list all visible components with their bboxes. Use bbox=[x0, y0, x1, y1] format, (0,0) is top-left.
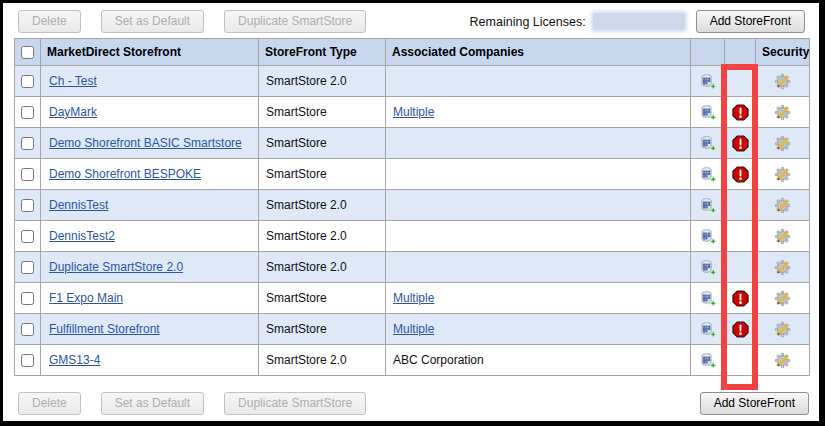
storefront-name-link[interactable]: Duplicate SmartStore 2.0 bbox=[49, 260, 183, 274]
top-toolbar: Delete Set as Default Duplicate SmartSto… bbox=[18, 10, 805, 33]
associated-companies-cell bbox=[386, 221, 691, 252]
associated-companies-cell bbox=[386, 190, 691, 221]
add-storefront-button[interactable]: Add StoreFront bbox=[696, 10, 805, 33]
storefront-table: MarketDirect Storefront StoreFront Type … bbox=[14, 38, 810, 376]
storefront-name-link[interactable]: DennisTest bbox=[49, 198, 108, 212]
row-select-checkbox[interactable] bbox=[21, 323, 34, 336]
row-select-checkbox[interactable] bbox=[21, 168, 34, 181]
security-edit-icon[interactable] bbox=[774, 197, 791, 211]
storefront-name-link[interactable]: Ch - Test bbox=[49, 74, 97, 88]
row-select-checkbox[interactable] bbox=[21, 261, 34, 274]
license-alert-icon bbox=[732, 135, 749, 149]
storefront-type-cell: SmartStore bbox=[259, 97, 386, 128]
storefront-name-link[interactable]: Demo Shorefront BASIC Smartstore bbox=[49, 136, 242, 150]
security-edit-icon[interactable] bbox=[774, 166, 791, 180]
table-row: Ch - Test SmartStore 2.0 bbox=[15, 66, 810, 97]
associated-companies-cell: Multiple bbox=[386, 283, 691, 314]
add-company-icon[interactable] bbox=[699, 135, 716, 149]
table-header-row: MarketDirect Storefront StoreFront Type … bbox=[15, 39, 810, 66]
table-row: F1 Expo Main SmartStore Multiple bbox=[15, 283, 810, 314]
header-add-company-column bbox=[691, 39, 725, 66]
associated-companies-cell: Multiple bbox=[386, 97, 691, 128]
add-company-icon[interactable] bbox=[699, 290, 716, 304]
header-select-all bbox=[15, 39, 41, 66]
header-storefront-type: StoreFront Type bbox=[259, 39, 386, 66]
security-edit-icon[interactable] bbox=[774, 259, 791, 273]
add-company-icon[interactable] bbox=[699, 352, 716, 366]
table-row: Duplicate SmartStore 2.0 SmartStore 2.0 bbox=[15, 252, 810, 283]
add-company-icon[interactable] bbox=[699, 104, 716, 118]
storefront-type-cell: SmartStore bbox=[259, 128, 386, 159]
storefront-name-link[interactable]: DayMark bbox=[49, 105, 97, 119]
delete-button-bottom[interactable]: Delete bbox=[18, 392, 81, 415]
associated-companies-link[interactable]: Multiple bbox=[393, 322, 434, 336]
storefront-type-cell: SmartStore 2.0 bbox=[259, 190, 386, 221]
associated-companies-cell: ABC Corporation bbox=[386, 345, 691, 376]
associated-companies-cell bbox=[386, 159, 691, 190]
duplicate-smartstore-button[interactable]: Duplicate SmartStore bbox=[224, 10, 366, 33]
storefront-name-link[interactable]: Fulfillment Storefront bbox=[49, 322, 160, 336]
set-as-default-button-bottom[interactable]: Set as Default bbox=[101, 392, 204, 415]
security-edit-icon[interactable] bbox=[774, 73, 791, 87]
security-edit-icon[interactable] bbox=[774, 135, 791, 149]
storefront-type-cell: SmartStore 2.0 bbox=[259, 221, 386, 252]
row-select-checkbox[interactable] bbox=[21, 292, 34, 305]
add-company-icon[interactable] bbox=[699, 228, 716, 242]
header-alert-column bbox=[725, 39, 756, 66]
table-row: Fulfillment Storefront SmartStore Multip… bbox=[15, 314, 810, 345]
row-select-checkbox[interactable] bbox=[21, 75, 34, 88]
add-company-icon[interactable] bbox=[699, 259, 716, 273]
row-select-checkbox[interactable] bbox=[21, 354, 34, 367]
storefront-name-link[interactable]: GMS13-4 bbox=[49, 353, 100, 367]
associated-companies-text: ABC Corporation bbox=[393, 353, 484, 367]
remaining-licenses-value bbox=[593, 13, 685, 30]
security-edit-icon[interactable] bbox=[774, 321, 791, 335]
license-alert-icon bbox=[732, 321, 749, 335]
remaining-licenses: Remaining Licenses: bbox=[470, 13, 685, 30]
header-associated-companies: Associated Companies bbox=[386, 39, 691, 66]
table-row: Demo Shorefront BESPOKE SmartStore bbox=[15, 159, 810, 190]
security-edit-icon[interactable] bbox=[774, 290, 791, 304]
header-storefront: MarketDirect Storefront bbox=[41, 39, 259, 66]
security-edit-icon[interactable] bbox=[774, 104, 791, 118]
row-select-checkbox[interactable] bbox=[21, 230, 34, 243]
security-edit-icon[interactable] bbox=[774, 352, 791, 366]
table-row: DennisTest2 SmartStore 2.0 bbox=[15, 221, 810, 252]
associated-companies-link[interactable]: Multiple bbox=[393, 291, 434, 305]
associated-companies-cell bbox=[386, 252, 691, 283]
select-all-checkbox[interactable] bbox=[21, 46, 34, 59]
associated-companies-link[interactable]: Multiple bbox=[393, 105, 434, 119]
remaining-licenses-label: Remaining Licenses: bbox=[470, 15, 586, 29]
license-alert-icon bbox=[732, 104, 749, 118]
storefront-type-cell: SmartStore 2.0 bbox=[259, 252, 386, 283]
set-as-default-button[interactable]: Set as Default bbox=[101, 10, 204, 33]
duplicate-smartstore-button-bottom[interactable]: Duplicate SmartStore bbox=[224, 392, 366, 415]
add-company-icon[interactable] bbox=[699, 197, 716, 211]
storefront-type-cell: SmartStore 2.0 bbox=[259, 345, 386, 376]
add-company-icon[interactable] bbox=[699, 166, 716, 180]
storefront-name-link[interactable]: F1 Expo Main bbox=[49, 291, 123, 305]
storefront-name-link[interactable]: Demo Shorefront BESPOKE bbox=[49, 167, 201, 181]
storefront-name-link[interactable]: DennisTest2 bbox=[49, 229, 115, 243]
associated-companies-cell bbox=[386, 128, 691, 159]
table-row: DennisTest SmartStore 2.0 bbox=[15, 190, 810, 221]
security-edit-icon[interactable] bbox=[774, 228, 791, 242]
storefront-type-cell: SmartStore bbox=[259, 159, 386, 190]
license-alert-icon bbox=[732, 290, 749, 304]
table-row: GMS13-4 SmartStore 2.0 ABC Corporation bbox=[15, 345, 810, 376]
add-company-icon[interactable] bbox=[699, 321, 716, 335]
row-select-checkbox[interactable] bbox=[21, 137, 34, 150]
associated-companies-cell: Multiple bbox=[386, 314, 691, 345]
row-select-checkbox[interactable] bbox=[21, 199, 34, 212]
storefront-management-screen: Delete Set as Default Duplicate SmartSto… bbox=[0, 0, 825, 426]
row-select-checkbox[interactable] bbox=[21, 106, 34, 119]
associated-companies-cell bbox=[386, 66, 691, 97]
license-alert-icon bbox=[732, 166, 749, 180]
add-company-icon[interactable] bbox=[699, 73, 716, 87]
table-row: DayMark SmartStore Multiple bbox=[15, 97, 810, 128]
table-row: Demo Shorefront BASIC Smartstore SmartSt… bbox=[15, 128, 810, 159]
storefront-type-cell: SmartStore bbox=[259, 283, 386, 314]
header-security: Security bbox=[756, 39, 810, 66]
add-storefront-button-bottom[interactable]: Add StoreFront bbox=[700, 392, 809, 415]
delete-button[interactable]: Delete bbox=[18, 10, 81, 33]
